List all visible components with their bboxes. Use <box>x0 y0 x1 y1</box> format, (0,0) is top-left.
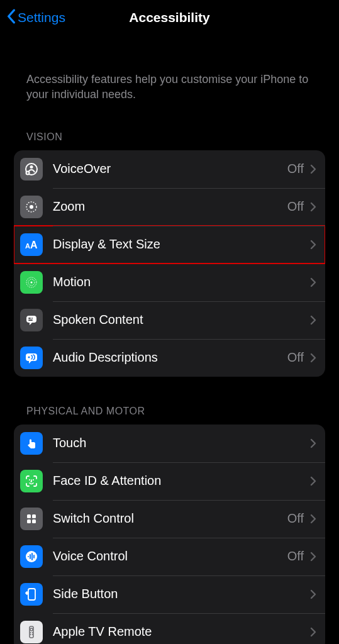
row-voice-control[interactable]: Voice Control Off <box>14 538 325 575</box>
faceid-icon <box>20 470 43 492</box>
svg-rect-26 <box>33 555 35 558</box>
row-display-text-size[interactable]: AA Display & Text Size <box>14 226 325 264</box>
group-vision: VoiceOver Off Zoom Off AA Display & Text… <box>14 150 325 377</box>
row-voiceover[interactable]: VoiceOver Off <box>14 150 325 188</box>
row-label: Apple TV Remote <box>53 625 310 639</box>
spoken-content-icon <box>20 309 43 331</box>
touch-icon <box>20 432 43 455</box>
svg-rect-12 <box>31 318 33 319</box>
navigation-bar: Settings Accessibility <box>0 0 339 35</box>
row-motion[interactable]: Motion <box>14 264 325 301</box>
appletv-remote-icon <box>20 621 43 643</box>
row-label: VoiceOver <box>53 162 287 176</box>
svg-rect-27 <box>28 589 35 600</box>
svg-text:A: A <box>30 240 38 250</box>
side-button-icon <box>20 583 43 606</box>
row-label: Side Button <box>53 587 310 601</box>
back-label: Settings <box>18 10 65 25</box>
zoom-icon <box>20 196 43 218</box>
row-zoom[interactable]: Zoom Off <box>14 188 325 226</box>
voice-control-icon <box>20 545 43 568</box>
audio-descriptions-icon <box>20 347 43 369</box>
row-label: Face ID & Attention <box>53 474 310 488</box>
row-value: Off <box>287 511 304 526</box>
group-physical: Touch Face ID & Attention Switch Control… <box>14 425 325 644</box>
svg-point-16 <box>29 479 30 480</box>
chevron-right-icon <box>310 240 316 250</box>
svg-point-1 <box>30 165 33 169</box>
row-value: Off <box>287 350 304 365</box>
page-title: Accessibility <box>129 10 209 25</box>
svg-point-31 <box>32 632 33 633</box>
chevron-right-icon <box>310 315 316 325</box>
chevron-right-icon <box>310 277 316 287</box>
row-value: Off <box>287 199 304 214</box>
svg-point-32 <box>30 634 31 635</box>
row-label: Touch <box>53 436 310 450</box>
svg-rect-14 <box>26 353 37 361</box>
svg-point-29 <box>30 628 33 631</box>
svg-text:A: A <box>25 242 30 250</box>
row-faceid[interactable]: Face ID & Attention <box>14 462 325 500</box>
chevron-right-icon <box>310 438 316 448</box>
row-label: Voice Control <box>53 549 287 564</box>
svg-point-30 <box>30 632 31 633</box>
chevron-right-icon <box>310 589 316 599</box>
text-size-icon: AA <box>20 233 43 256</box>
chevron-right-icon <box>310 552 316 562</box>
svg-point-17 <box>33 479 34 480</box>
section-header-vision: VISION <box>0 103 339 148</box>
row-label: Motion <box>53 275 310 289</box>
intro-text: Accessibility features help you customis… <box>0 35 339 103</box>
voiceover-icon <box>20 158 43 180</box>
svg-point-9 <box>31 281 33 283</box>
chevron-right-icon <box>310 476 316 486</box>
chevron-right-icon <box>310 627 316 637</box>
svg-point-4 <box>30 205 33 209</box>
svg-rect-23 <box>28 556 29 557</box>
svg-rect-21 <box>32 519 36 523</box>
row-label: Zoom <box>53 199 287 214</box>
row-switch-control[interactable]: Switch Control Off <box>14 500 325 538</box>
svg-point-33 <box>32 634 33 635</box>
switch-control-icon <box>20 508 43 530</box>
svg-rect-11 <box>28 318 31 319</box>
svg-rect-13 <box>28 319 33 321</box>
row-spoken-content[interactable]: Spoken Content <box>14 301 325 339</box>
row-label: Display & Text Size <box>53 237 310 252</box>
section-header-physical: PHYSICAL AND MOTOR <box>0 377 339 422</box>
chevron-right-icon <box>310 353 316 363</box>
motion-icon <box>20 271 43 294</box>
chevron-right-icon <box>310 202 316 212</box>
svg-point-15 <box>28 356 30 358</box>
svg-rect-18 <box>27 514 31 518</box>
row-appletv-remote[interactable]: Apple TV Remote <box>14 613 325 644</box>
chevron-right-icon <box>310 164 316 174</box>
back-button[interactable]: Settings <box>6 0 65 35</box>
row-audio-descriptions[interactable]: Audio Descriptions Off <box>14 339 325 377</box>
row-label: Switch Control <box>53 511 287 526</box>
row-value: Off <box>287 162 304 176</box>
row-label: Spoken Content <box>53 313 310 327</box>
svg-rect-20 <box>27 519 31 523</box>
svg-rect-25 <box>31 553 33 560</box>
row-label: Audio Descriptions <box>53 350 287 365</box>
chevron-left-icon <box>6 9 18 27</box>
svg-rect-10 <box>26 316 36 323</box>
svg-rect-19 <box>32 514 36 518</box>
row-side-button[interactable]: Side Button <box>14 575 325 613</box>
chevron-right-icon <box>310 514 316 524</box>
row-touch[interactable]: Touch <box>14 425 325 462</box>
row-value: Off <box>287 549 304 564</box>
svg-rect-24 <box>30 554 31 559</box>
